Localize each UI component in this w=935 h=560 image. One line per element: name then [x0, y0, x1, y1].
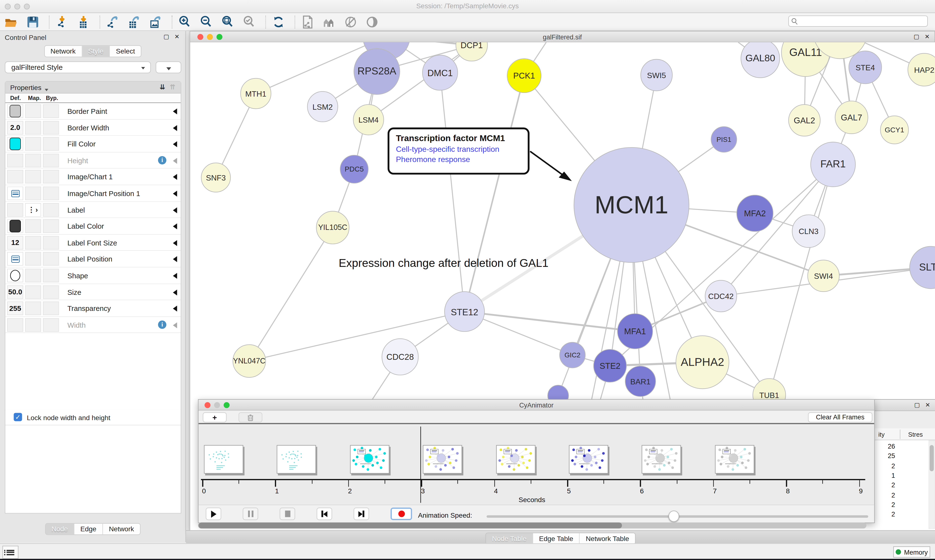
network-node-mfa2[interactable]: MFA2 [736, 195, 773, 232]
property-row-transparency[interactable]: 255Transparency [5, 300, 181, 317]
import-network-icon[interactable] [54, 14, 70, 30]
collapse-all-icon[interactable]: ⇈ [170, 83, 175, 91]
tab-edge-table[interactable]: Edge Table [533, 533, 580, 544]
info-icon[interactable]: i [158, 320, 166, 329]
network-node-rps28a[interactable]: RPS28A [353, 48, 400, 95]
expand-row-icon[interactable] [173, 289, 177, 295]
import-table-icon[interactable] [76, 14, 91, 30]
style-selector[interactable]: galFiltered Style [5, 61, 151, 73]
play-button[interactable] [206, 508, 221, 520]
style-options-button[interactable] [156, 61, 181, 73]
expand-row-icon[interactable] [173, 158, 177, 163]
cyanimator-timeline[interactable]: 0123456789 Seconds [199, 426, 874, 505]
close-view-icon[interactable]: ✕ [924, 34, 930, 40]
export-table-icon[interactable] [127, 14, 142, 30]
mapping-cell[interactable] [25, 105, 41, 118]
default-value-cell[interactable] [7, 318, 23, 332]
network-node-cln3[interactable]: CLN3 [792, 215, 825, 248]
zoom-fit-icon[interactable] [220, 14, 236, 30]
property-row-fill-color[interactable]: Fill Color [5, 136, 181, 152]
network-node-yil105c[interactable]: YIL105C [316, 211, 349, 244]
network-node-swi4[interactable]: SWI4 [807, 260, 839, 292]
mapping-cell[interactable]: ⋮› [25, 203, 41, 217]
timeline-horizontal-scrollbar[interactable] [198, 523, 866, 528]
table-values[interactable]: 2625212222 [875, 440, 929, 529]
property-row-image-chart-position-1[interactable]: Image/Chart Position 1 [5, 185, 181, 202]
bypass-cell[interactable] [43, 203, 59, 217]
mapping-cell[interactable] [25, 170, 41, 184]
stop-button[interactable] [280, 508, 295, 520]
property-row-label-font-size[interactable]: 12Label Font Size [5, 234, 181, 251]
panel-list-button[interactable] [2, 546, 19, 559]
network-node-dmc1[interactable]: DMC1 [422, 55, 458, 91]
annotation-link[interactable]: Pheromone response [396, 155, 522, 164]
info-icon[interactable]: i [158, 156, 166, 164]
default-value-cell[interactable] [7, 203, 23, 217]
close-panel-icon[interactable]: ✕ [174, 34, 180, 40]
mapping-cell[interactable] [25, 154, 41, 167]
table-column-headers[interactable]: ity Stres [875, 428, 935, 440]
skip-end-button[interactable] [353, 508, 369, 520]
network-node-cdc42[interactable]: CDC42 [705, 280, 737, 312]
bypass-cell[interactable] [43, 170, 59, 184]
expand-row-icon[interactable] [173, 191, 177, 197]
property-row-image-chart-1[interactable]: Image/Chart 1 [5, 169, 181, 185]
default-value-cell[interactable] [7, 269, 23, 282]
property-row-height[interactable]: Heighti [5, 152, 181, 169]
tab-style[interactable]: Style [82, 46, 110, 57]
keyframe-thumbnail-5[interactable] [569, 445, 608, 474]
cyanimator-titlebar[interactable]: CyAnimator [199, 400, 874, 411]
network-window-titlebar[interactable]: galFiltered.sif ▢ ✕ [190, 32, 934, 42]
bypass-cell[interactable] [43, 154, 59, 167]
expand-row-icon[interactable] [173, 240, 177, 246]
bypass-cell[interactable] [43, 121, 59, 134]
zoom-out-icon[interactable] [199, 14, 214, 30]
tab-network[interactable]: Network [45, 46, 82, 57]
keyframe-thumbnail-0[interactable] [204, 445, 244, 474]
bypass-cell[interactable] [43, 105, 59, 118]
mapping-cell[interactable] [25, 236, 41, 249]
default-value-cell[interactable] [7, 219, 23, 233]
property-row-size[interactable]: 50.0Size [5, 284, 181, 300]
annotation-box[interactable]: Transcription factor MCM1 Cell-type-spec… [388, 128, 529, 174]
keyframe-thumbnail-4[interactable] [496, 445, 535, 474]
show-details-icon[interactable] [364, 14, 380, 30]
mapping-cell[interactable] [25, 121, 41, 134]
keyframe-thumbnail-6[interactable] [642, 445, 681, 474]
export-image-icon[interactable] [148, 14, 164, 30]
default-value-cell[interactable] [7, 105, 23, 118]
close-table-icon[interactable]: ✕ [925, 402, 930, 408]
network-node-ynl047c[interactable]: YNL047C [233, 345, 266, 378]
network-node-snf3[interactable]: SNF3 [201, 163, 231, 192]
expand-row-icon[interactable] [173, 207, 177, 213]
tab-node-table[interactable]: Node Table [486, 533, 533, 544]
style-tab-edge[interactable]: Edge [74, 524, 103, 534]
add-frame-button[interactable]: + [203, 412, 227, 423]
network-node-mfa1[interactable]: MFA1 [617, 313, 653, 349]
keyframe-thumbnail-1[interactable] [277, 445, 316, 474]
mapping-cell[interactable] [25, 285, 41, 299]
mapping-cell[interactable] [25, 302, 41, 315]
property-row-shape[interactable]: Shape [5, 268, 181, 284]
network-node-mcm1[interactable]: MCM1 [574, 147, 689, 263]
expand-row-icon[interactable] [173, 322, 177, 328]
network-node-cdc28[interactable]: CDC28 [381, 338, 418, 375]
network-node-lsm2[interactable]: LSM2 [307, 91, 338, 122]
expand-row-icon[interactable] [173, 223, 177, 229]
network-node-pdc5[interactable]: PDC5 [340, 155, 369, 184]
search-input[interactable] [788, 15, 928, 27]
default-value-cell[interactable] [7, 170, 23, 184]
property-row-label-color[interactable]: Label Color [5, 218, 181, 235]
properties-header[interactable]: Properties ⇊ ⇈ [5, 82, 181, 94]
float-table-icon[interactable]: ▢ [914, 402, 920, 408]
bypass-cell[interactable] [43, 285, 59, 299]
tab-network-table[interactable]: Network Table [580, 533, 635, 544]
expand-row-icon[interactable] [173, 174, 177, 180]
style-tab-network[interactable]: Network [103, 524, 140, 534]
network-node-ste2[interactable]: STE2 [593, 349, 627, 382]
memory-button[interactable]: Memory [893, 546, 930, 558]
network-node-gcy1[interactable]: GCY1 [880, 115, 909, 144]
default-value-cell[interactable]: 2.0 [7, 121, 23, 134]
expand-row-icon[interactable] [173, 142, 177, 147]
network-node-bar1[interactable]: BAR1 [625, 366, 656, 397]
